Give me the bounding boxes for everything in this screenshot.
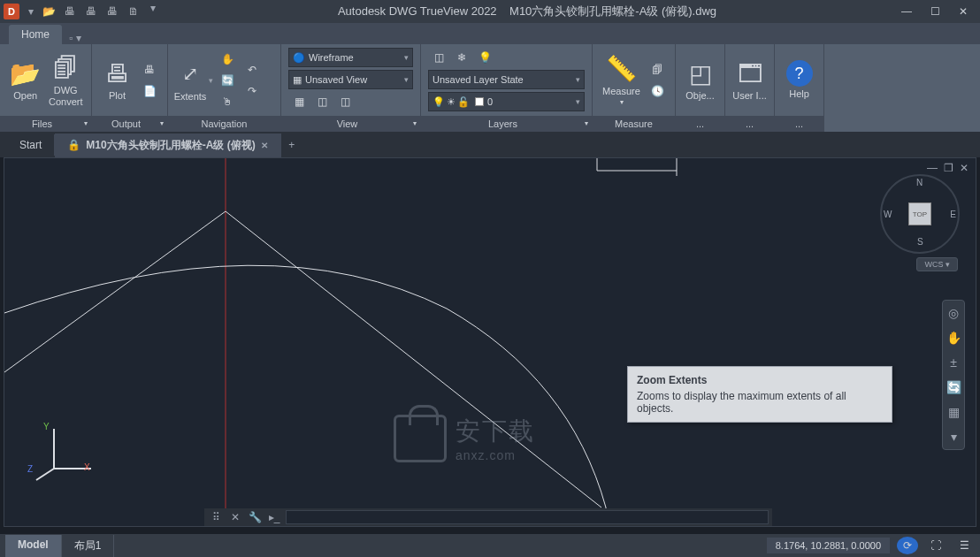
- panel-label-output[interactable]: Output▾: [92, 116, 167, 132]
- qat-dropdown[interactable]: ▾: [145, 2, 161, 21]
- ui-icon: 🗔: [738, 58, 762, 88]
- convert-icon: 🗐: [53, 53, 78, 83]
- dwg-icon[interactable]: 🗎: [124, 2, 143, 21]
- cmd-grip-icon[interactable]: ⠿: [208, 509, 224, 525]
- measure-copy-icon[interactable]: 🗐: [647, 60, 668, 80]
- panel-layers: ◫ ❄ 💡 Unsaved Layer State▾ 💡☀🔓 0▾ Layers…: [421, 44, 593, 132]
- close-tab-icon[interactable]: ✕: [261, 141, 268, 150]
- folder-open-icon: 📂: [10, 58, 41, 88]
- panel-label-layers[interactable]: Layers▾: [421, 116, 592, 132]
- view-config-icon[interactable]: ▦: [288, 92, 310, 111]
- wcs-dropdown[interactable]: WCS ▾: [916, 257, 958, 271]
- nav-pan-icon[interactable]: ✋: [945, 329, 962, 347]
- viewcube-east[interactable]: E: [950, 210, 956, 219]
- pan-icon[interactable]: ✋: [217, 50, 238, 69]
- steering-wheel-icon[interactable]: ◎: [945, 304, 962, 322]
- panel-object: ◰Obje... ...: [676, 44, 725, 132]
- status-refresh-icon[interactable]: ⟳: [897, 537, 918, 554]
- viewcube[interactable]: N S E W TOP: [880, 174, 960, 254]
- add-tab-button[interactable]: +: [281, 139, 302, 151]
- panel-label-user[interactable]: ...: [725, 116, 774, 132]
- plot-preview-icon[interactable]: 🖶: [81, 2, 101, 21]
- cmd-prompt-icon[interactable]: ▸_: [266, 509, 282, 525]
- maximize-button[interactable]: ☐: [922, 3, 948, 20]
- object-snap-button[interactable]: ◰Obje...: [683, 50, 717, 111]
- viewcube-west[interactable]: W: [884, 210, 892, 219]
- viewport[interactable]: — ❐ ✕ 安下载 anxz.com N S E W TOP WCS ▾ ◎ ✋…: [4, 157, 976, 527]
- tab-expand[interactable]: ▫ ▾: [62, 32, 88, 44]
- viewcube-top[interactable]: TOP: [908, 202, 931, 225]
- forward-icon[interactable]: ↷: [241, 81, 263, 101]
- ribbon-tabstrip: Home ▫ ▾: [0, 23, 980, 44]
- printer-icon: 🖶: [105, 58, 130, 88]
- view-join-icon[interactable]: ◫: [334, 92, 356, 111]
- plot-button[interactable]: 🖶 Plot: [99, 50, 135, 111]
- layout-tabs: Model 布局1: [5, 535, 114, 557]
- nav-expand-icon[interactable]: ▾: [945, 428, 962, 446]
- panel-label-navigation[interactable]: Navigation: [168, 116, 280, 132]
- viewcube-south[interactable]: S: [917, 237, 923, 247]
- app-name: Autodesk DWG TrueView 2022: [338, 4, 497, 18]
- statusbar: Model 布局1 8.1764, 10.2881, 0.0000 ⟳ ⛶ ☰: [0, 534, 980, 557]
- ruler-icon: 📏: [606, 54, 637, 84]
- nav-zoom-icon[interactable]: ±: [945, 354, 962, 371]
- layout-model[interactable]: Model: [5, 535, 62, 557]
- print2-icon[interactable]: 🖶: [103, 2, 122, 21]
- visual-style-combo[interactable]: 🔵Wireframe▾: [288, 48, 413, 67]
- plot-preview-button[interactable]: 🖶: [139, 60, 160, 80]
- measure-clock-icon[interactable]: 🕓: [647, 81, 668, 101]
- page-setup-button[interactable]: 📄: [139, 81, 160, 101]
- close-button[interactable]: ✕: [950, 3, 976, 20]
- help-button[interactable]: ?Help: [782, 50, 816, 111]
- layer-state-combo[interactable]: Unsaved Layer State▾: [428, 70, 585, 89]
- titlebar: D ▾ 📂 🖶 🖶 🖶 🗎 ▾ Autodesk DWG TrueView 20…: [0, 0, 980, 23]
- panel-label-object[interactable]: ...: [676, 116, 724, 132]
- layout-1[interactable]: 布局1: [62, 535, 115, 557]
- back-icon[interactable]: ↶: [241, 60, 263, 80]
- layer-freeze-icon[interactable]: ❄: [451, 48, 472, 67]
- ribbon: 📂 Open 🗐 DWG Convert Files▾ 🖶 Plot 🖶 📄 O…: [0, 44, 980, 133]
- nav-orbit-icon[interactable]: 🔄: [945, 378, 962, 396]
- status-scale-icon[interactable]: ⛶: [925, 537, 946, 554]
- mouse-icon[interactable]: 🖱: [217, 92, 238, 111]
- app-icon[interactable]: D: [4, 4, 19, 19]
- cmd-config-icon[interactable]: 🔧: [247, 509, 263, 525]
- watermark: 安下载 anxz.com: [394, 415, 535, 462]
- zoom-extents-button[interactable]: ⤢ Extents: [175, 50, 205, 111]
- named-view-combo[interactable]: ▦Unsaved View▾: [288, 70, 413, 89]
- open-button[interactable]: 📂 Open: [7, 50, 44, 111]
- layer-on-icon[interactable]: 💡: [474, 48, 495, 67]
- print-icon[interactable]: 🖶: [60, 2, 80, 21]
- layer-props-icon[interactable]: ◫: [428, 48, 449, 67]
- open-icon[interactable]: 📂: [39, 2, 58, 21]
- layer-combo[interactable]: 💡☀🔓 0▾: [428, 92, 585, 111]
- viewcube-north[interactable]: N: [916, 178, 923, 187]
- orbit-icon[interactable]: 🔄: [217, 71, 238, 90]
- nav-showmotion-icon[interactable]: ▦: [945, 403, 962, 421]
- view-cube-icon[interactable]: ◫: [311, 92, 333, 111]
- measure-button[interactable]: 📏 Measure ▾: [600, 50, 643, 111]
- document-tabs: Start 🔒 M10六角头铰制孔用螺栓-A级 (俯视) ✕ +: [0, 133, 980, 157]
- panel-label-help[interactable]: ...: [775, 116, 823, 132]
- tab-home[interactable]: Home: [9, 25, 62, 44]
- command-input[interactable]: [286, 510, 769, 524]
- file-name: M10六角头铰制孔用螺栓-A级 (俯视).dwg: [509, 4, 716, 18]
- doc-tab-start[interactable]: Start: [7, 134, 55, 156]
- panel-measure: 📏 Measure ▾ 🗐 🕓 Measure: [593, 44, 676, 132]
- dwg-convert-button[interactable]: 🗐 DWG Convert: [48, 50, 85, 111]
- panel-label-measure[interactable]: Measure: [593, 116, 675, 132]
- window-controls: — ☐ ✕: [893, 3, 976, 20]
- user-interface-button[interactable]: 🗔User I...: [732, 50, 767, 111]
- cmd-close-icon[interactable]: ✕: [227, 509, 243, 525]
- tooltip-body: Zooms to display the maximum extents of …: [637, 390, 883, 415]
- panel-label-view[interactable]: View▾: [281, 116, 420, 132]
- extents-dropdown[interactable]: ▾: [209, 76, 213, 85]
- app-menu-arrow[interactable]: ▾: [23, 5, 39, 18]
- status-customize-icon[interactable]: ☰: [953, 537, 975, 554]
- minimize-button[interactable]: —: [893, 3, 920, 20]
- tooltip: Zoom Extents Zooms to display the maximu…: [627, 366, 892, 423]
- doc-tab-active[interactable]: 🔒 M10六角头铰制孔用螺栓-A级 (俯视) ✕: [55, 134, 280, 157]
- lock-icon: 🔒: [67, 139, 80, 151]
- panel-help: ?Help ...: [775, 44, 824, 132]
- panel-label-files[interactable]: Files▾: [0, 116, 91, 132]
